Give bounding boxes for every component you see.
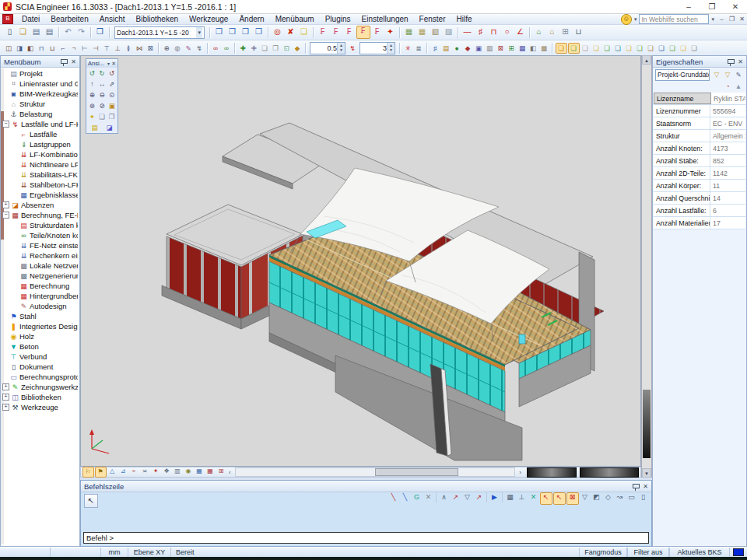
level-lines-icon[interactable]: ≍ [140,467,150,476]
pin-icon[interactable] [728,59,735,64]
close-viewport-icon[interactable]: ❒ [94,26,107,38]
view-copy-icon[interactable]: ❏ [97,112,106,121]
cursor-snap-icon[interactable]: ▶ [489,492,500,503]
property-row[interactable]: Anzahl Materialien:17 [654,217,745,229]
save-as-icon[interactable]: ▤ [44,26,56,38]
grid-view-red-icon[interactable]: ▦ [205,467,216,476]
ucs-tool-icon[interactable]: ⊔ [573,26,585,38]
minimize-button[interactable]: – [677,2,700,11]
grid-blue-icon[interactable]: ▦ [517,44,528,53]
engineering-report-icon[interactable]: ❏ [298,26,310,38]
snap-off-icon[interactable]: ✕ [423,492,434,503]
viewport-vscrollbar[interactable]: ▲ ▼ [641,55,652,478]
close-icon[interactable]: ✕ [71,58,76,65]
view-gallery-icon[interactable]: ❐ [253,26,265,38]
tree-item-belastung[interactable]: ⚓Belastung [2,109,78,119]
dim-hash-icon[interactable]: ♯ [475,26,487,38]
tree-item-rechenkern-einstellen[interactable]: ⇊Rechenkern einstellen [2,250,78,261]
activity-13-icon[interactable]: ❏ [689,44,700,53]
result-marker-icon[interactable]: ✦ [384,26,397,38]
activity-9-icon[interactable]: ❏ [646,44,656,53]
palette-close-icon[interactable]: ✕ [111,61,116,67]
edit-tool-1-icon[interactable]: ◫ [4,44,14,53]
activity-12-icon[interactable]: ❏ [679,44,689,53]
tree-item-zeichnungswerkzeuge[interactable]: +✎Zeichnungswerkzeuge [2,382,78,392]
box-blue-icon[interactable]: ▣ [474,44,484,53]
snap-triangle-icon[interactable]: ▽ [462,492,473,503]
copy-sheet-icon[interactable]: ❏ [260,44,270,53]
edit-tool-5-icon[interactable]: ⊔ [47,44,58,53]
view-axo-icon[interactable]: ⇗ [107,79,116,89]
cross-box-icon[interactable]: ⊠ [496,44,506,53]
activity-1-icon[interactable]: ❏ [556,43,567,54]
copy-view-icon[interactable]: ❐ [226,26,239,38]
spinner-arrows-icon[interactable]: ▲▼ [337,43,345,54]
tree-item-nichtlineare-lf-kombin[interactable]: ⇊Nichtlineare LF-Kombin [2,159,78,170]
filter-value-icon[interactable]: ▽ [723,70,733,79]
color-pie-icon[interactable]: ◔ [723,82,733,91]
undo-icon[interactable]: ↶ [62,26,75,38]
tree-expander-icon[interactable]: + [2,404,9,411]
menu-plugins[interactable]: Plugins [320,14,356,24]
edit-tool-6-icon[interactable]: ⌐ [58,44,68,53]
snap-node-icon[interactable]: ⊠ [566,492,579,505]
save-icon[interactable]: ▤ [30,26,43,38]
render-mode-1-icon[interactable]: ▦ [403,26,416,38]
tree-item-lastgruppen[interactable]: ⇓Lastgruppen [2,139,78,149]
dim-angle-icon[interactable]: ∠ [514,26,527,38]
hash-blue-icon[interactable]: ♯ [430,44,440,53]
scroll-down-icon[interactable]: ▼ [642,468,651,478]
render-mode-4-icon[interactable]: ▨ [443,26,455,38]
snap-tri-2-icon[interactable]: ▽ [580,492,591,503]
tree-item-verbund[interactable]: ⊤Verbund [2,352,78,362]
pin-icon[interactable] [633,484,640,488]
add-green-icon[interactable]: ✚ [238,44,248,53]
tree-item-lokale-netzverdichtung[interactable]: ▩Lokale Netzverdichtung [2,261,78,271]
half-box-icon[interactable]: ◧ [528,44,538,53]
tree-item-lastf-lle-und-lf-kombinatio[interactable]: −↯Lastfälle und LF-Kombinatio [2,119,78,129]
palette-dropdown-icon[interactable]: ▾ [107,61,110,66]
tree-item-teile-knoten-koppeln[interactable]: ∞Teile/Knoten koppeln [2,230,78,240]
pan-flag-1-icon[interactable]: ⚐ [82,467,94,478]
webhelp-search-input[interactable] [639,14,709,24]
load-panel-1-icon[interactable]: ₣ [317,26,329,38]
model-viewport[interactable]: Ansi... ▾ ✕ ↺↻↺↑↔⇗⊕⊖⊙⊚⊘▣✦❏❐▤◪ [80,55,641,467]
snap-line-blue-icon[interactable]: ╲ [400,492,411,503]
tree-item-stahl[interactable]: ⚑Stahl [2,311,78,321]
snap-line-red-icon[interactable]: ╲ [388,492,399,503]
redo-icon[interactable]: ↷ [75,26,88,38]
binocular-green-icon[interactable]: ∞ [222,44,232,53]
tree-item-lastf-lle[interactable]: ⌐Lastfälle [2,129,78,139]
dim-circle-icon[interactable]: ○ [501,26,514,38]
load-panel-2-icon[interactable]: ₣ [330,26,342,38]
tree-item-werkzeuge[interactable]: +⚒Werkzeuge [2,402,78,412]
result-diagram-icon[interactable]: ⌁ [129,467,139,476]
render-mode-3-icon[interactable]: ▧ [430,26,442,38]
menu-fenster[interactable]: Fenster [414,14,451,24]
menu-datei[interactable]: Datei [16,14,45,24]
snap-diamond-icon[interactable]: ◇ [603,492,614,503]
vscroll-thumb[interactable] [643,390,651,458]
property-row[interactable]: Anzahl 2D-Teile:1142 [654,167,745,180]
load-panel-4-icon[interactable]: ₣ [356,26,370,39]
activity-6-icon[interactable]: ❏ [613,44,623,53]
snap-peak-icon[interactable]: ∧ [439,492,450,503]
viewport-hscrollbar[interactable] [235,467,516,477]
maximize-button[interactable]: ❐ [700,2,724,11]
gradient-preview-2[interactable] [580,467,639,478]
property-group-combo[interactable]: Projekt-Grunddaten (1) ▾ [655,69,710,81]
edit-tool-10-icon[interactable]: ⊤ [102,44,112,53]
tree-expander-icon[interactable]: + [2,201,9,208]
snap-intersect-icon[interactable]: ✕ [528,492,539,503]
snap-arrow-1-icon[interactable]: ↗ [451,492,461,503]
ucs-color-swatch[interactable] [733,548,744,556]
filter-type-icon[interactable]: ▽ [712,70,722,79]
tree-item-berechnung[interactable]: ▦Berechnung [2,281,78,291]
pan-flag-2-icon[interactable]: ⚑ [95,467,107,478]
lightning-red-icon[interactable]: ↯ [348,44,358,53]
edit-pencil-icon[interactable]: ✎ [734,70,744,79]
new-document-icon[interactable]: ▯ [4,26,16,38]
zoom-selection-icon[interactable]: ⊚ [88,101,96,110]
webhelp-smiley-icon[interactable]: ☺ [621,14,632,25]
command-input[interactable]: Befehl > [83,532,649,544]
